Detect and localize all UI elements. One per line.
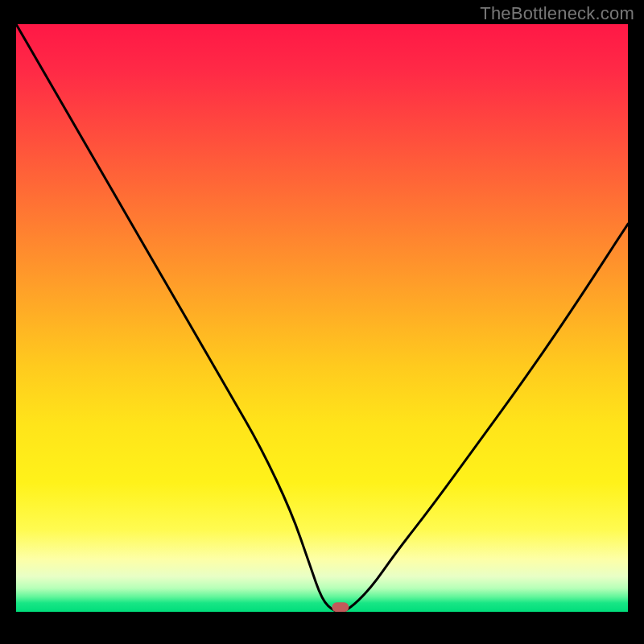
bottleneck-curve-path [16,24,628,612]
watermark-text: TheBottleneck.com [480,3,634,24]
plot-area [16,24,628,612]
plot-frame [16,24,628,628]
chart-container: TheBottleneck.com [0,0,644,644]
optimum-marker [332,602,349,612]
curve-svg [16,24,628,612]
